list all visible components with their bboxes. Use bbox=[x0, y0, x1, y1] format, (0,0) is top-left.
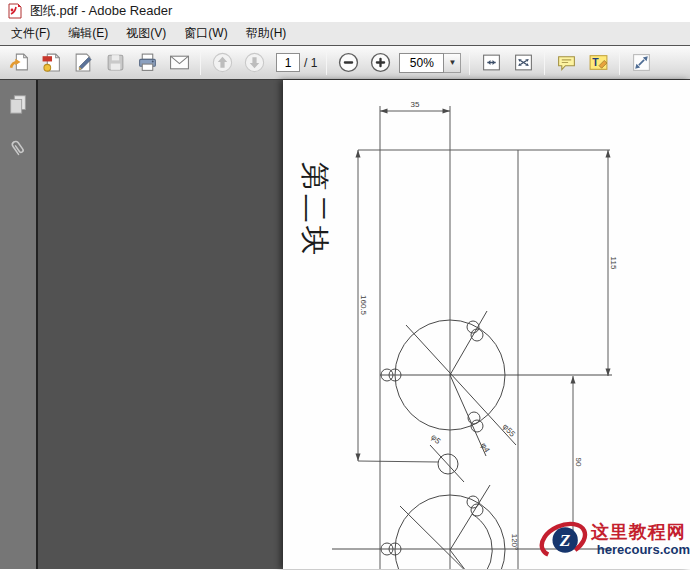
drawing-block-title: 第二块 bbox=[299, 162, 331, 258]
dim-small-hole-diameter: φ5 bbox=[429, 433, 443, 447]
toolbar-separator bbox=[619, 51, 620, 75]
page-number-input[interactable] bbox=[276, 53, 300, 72]
dim-left-height: 160.5 bbox=[359, 295, 368, 316]
create-pdf-button[interactable] bbox=[37, 49, 65, 77]
part-outline bbox=[358, 106, 610, 569]
watermark-text: 这里教程网 herecours.com bbox=[591, 522, 690, 558]
email-icon bbox=[169, 52, 190, 73]
menu-view[interactable]: 视图(V) bbox=[117, 22, 175, 45]
next-page-icon bbox=[244, 52, 265, 73]
watermark-brand-letter: Z bbox=[559, 530, 571, 550]
fit-page-button[interactable] bbox=[509, 49, 537, 77]
toolbar: / 1 50% ▼ bbox=[0, 46, 690, 80]
dim-right-spacing: 90 bbox=[574, 458, 583, 467]
print-icon bbox=[137, 52, 158, 73]
toolbar-separator bbox=[200, 51, 201, 75]
pdf-page: 35 160.5 115 90 φ55 φ4 φ5 120° 第二块 bbox=[283, 80, 690, 569]
page-thumbnails-icon bbox=[7, 93, 29, 115]
content-area: 35 160.5 115 90 φ55 φ4 φ5 120° 第二块 Z bbox=[0, 80, 690, 569]
zoom-level-value[interactable]: 50% bbox=[399, 53, 444, 73]
previous-page-icon bbox=[212, 52, 233, 73]
menu-window[interactable]: 窗口(W) bbox=[175, 22, 236, 45]
menu-file[interactable]: 文件(F) bbox=[2, 22, 59, 45]
attachments-icon bbox=[7, 137, 29, 159]
upper-circle-feature bbox=[380, 311, 612, 456]
open-file-button[interactable] bbox=[5, 49, 33, 77]
svg-text:T: T bbox=[592, 56, 599, 68]
save-icon bbox=[105, 52, 126, 73]
sign-edit-icon bbox=[73, 52, 94, 73]
dimension-lines bbox=[358, 111, 608, 549]
fullscreen-icon bbox=[631, 52, 652, 73]
menu-edit[interactable]: 编辑(E) bbox=[59, 22, 117, 45]
watermark-site-url: herecours.com bbox=[591, 542, 690, 558]
zoom-out-button[interactable] bbox=[334, 49, 362, 77]
dim-angle: 120° bbox=[510, 534, 519, 551]
highlight-text-icon: T bbox=[588, 52, 609, 73]
attachments-button[interactable] bbox=[4, 134, 32, 162]
fit-width-icon bbox=[481, 52, 502, 73]
save-button[interactable] bbox=[101, 49, 129, 77]
watermark-site-name: 这里教程网 bbox=[591, 522, 690, 542]
print-button[interactable] bbox=[133, 49, 161, 77]
comment-icon bbox=[556, 52, 577, 73]
small-hole-feature bbox=[430, 445, 464, 482]
toolbar-separator bbox=[326, 51, 327, 75]
technical-drawing: 35 160.5 115 90 φ55 φ4 φ5 120° 第二块 bbox=[283, 80, 690, 569]
document-viewport[interactable]: 35 160.5 115 90 φ55 φ4 φ5 120° 第二块 Z bbox=[38, 80, 690, 569]
navigation-sidebar bbox=[0, 80, 38, 569]
next-page-button[interactable] bbox=[240, 49, 268, 77]
dim-right-height: 115 bbox=[609, 257, 618, 270]
fullscreen-button[interactable] bbox=[627, 49, 655, 77]
watermark-logo: Z 这里教程网 herecours.com bbox=[538, 514, 690, 566]
dim-circle-diameter: φ55 bbox=[501, 422, 518, 439]
titlebar: 图纸.pdf - Adobe Reader bbox=[0, 0, 690, 22]
create-pdf-icon bbox=[41, 52, 62, 73]
menu-help[interactable]: 帮助(H) bbox=[237, 22, 296, 45]
page-total-label: / 1 bbox=[304, 56, 317, 70]
open-file-icon bbox=[9, 52, 30, 73]
highlight-button[interactable]: T bbox=[584, 49, 612, 77]
toolbar-separator bbox=[544, 51, 545, 75]
adobe-reader-window: 图纸.pdf - Adobe Reader 文件(F) 编辑(E) 视图(V) … bbox=[0, 0, 690, 570]
page-thumbnails-button[interactable] bbox=[4, 90, 32, 118]
menubar: 文件(F) 编辑(E) 视图(V) 窗口(W) 帮助(H) bbox=[0, 22, 690, 46]
zoom-dropdown-button[interactable]: ▼ bbox=[444, 53, 461, 73]
fit-width-button[interactable] bbox=[477, 49, 505, 77]
zoom-in-button[interactable] bbox=[366, 49, 394, 77]
zoom-in-icon bbox=[370, 52, 391, 73]
sign-edit-button[interactable] bbox=[69, 49, 97, 77]
watermark-brand-icon: Z bbox=[538, 514, 589, 566]
window-title: 图纸.pdf - Adobe Reader bbox=[30, 2, 172, 20]
zoom-out-icon bbox=[338, 52, 359, 73]
zoom-level-control: 50% ▼ bbox=[399, 53, 461, 73]
previous-page-button[interactable] bbox=[208, 49, 236, 77]
dim-top-width: 35 bbox=[411, 100, 420, 109]
comment-button[interactable] bbox=[552, 49, 580, 77]
toolbar-separator bbox=[469, 51, 470, 75]
adobe-reader-pdf-icon bbox=[7, 3, 23, 19]
email-button[interactable] bbox=[165, 49, 193, 77]
fit-page-icon bbox=[513, 52, 534, 73]
